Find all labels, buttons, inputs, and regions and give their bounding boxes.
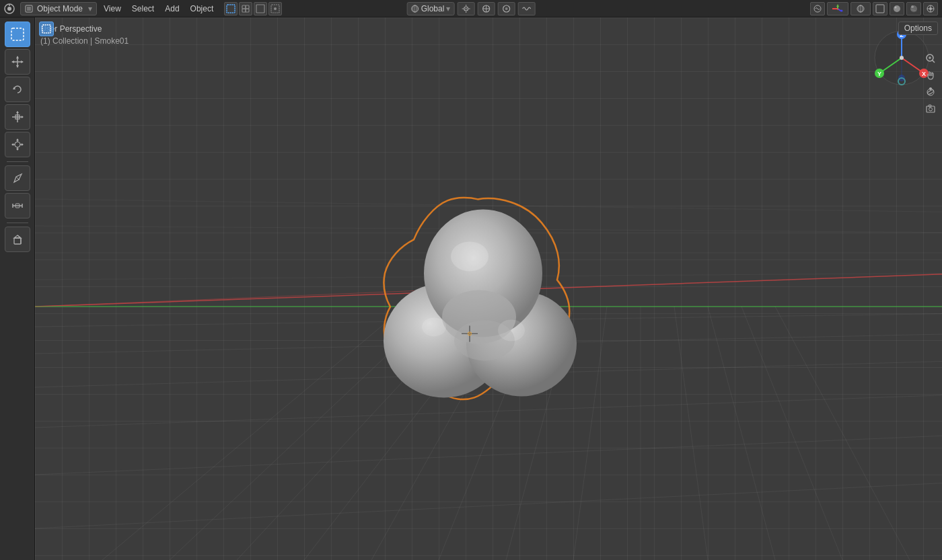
svg-marker-50 <box>21 61 24 63</box>
tool-separator-2 <box>7 223 28 223</box>
zoom-in-icon[interactable] <box>923 51 938 66</box>
snap-icon[interactable] <box>477 2 495 15</box>
box-select-icon[interactable] <box>224 2 238 15</box>
svg-point-140 <box>929 108 933 111</box>
right-sidebar-icons <box>923 51 938 116</box>
icon4[interactable] <box>268 2 282 15</box>
render-mode-solid[interactable] <box>873 2 887 15</box>
svg-point-111 <box>422 317 446 336</box>
add-menu[interactable]: Add <box>159 0 184 17</box>
svg-marker-65 <box>22 143 24 146</box>
top-right-icons <box>810 2 938 15</box>
svg-rect-72 <box>14 238 21 244</box>
viewport-overlays-icon[interactable] <box>810 2 825 15</box>
toolbar-icons <box>224 2 282 15</box>
3d-viewport[interactable]: User Perspective (1) Collection | Smoke0… <box>35 17 942 560</box>
render-mode-extra[interactable] <box>923 2 938 15</box>
gizmo-toggle[interactable] <box>827 2 848 15</box>
blender-icon[interactable] <box>0 0 19 17</box>
svg-marker-64 <box>11 143 13 146</box>
svg-rect-10 <box>256 5 264 13</box>
svg-point-57 <box>15 142 20 147</box>
svg-point-1 <box>7 7 11 11</box>
world-icon[interactable] <box>850 2 871 15</box>
hand-pan-icon[interactable] <box>923 68 938 83</box>
svg-point-130 <box>900 56 904 60</box>
svg-rect-5 <box>227 5 235 13</box>
select-menu[interactable]: Select <box>126 0 159 17</box>
tool-separator-1 <box>7 161 28 162</box>
svg-rect-4 <box>27 7 31 11</box>
svg-line-133 <box>933 61 935 63</box>
svg-marker-55 <box>16 111 19 113</box>
object-menu[interactable]: Object <box>185 0 219 17</box>
select-tool-btn[interactable] <box>5 22 30 47</box>
svg-rect-44 <box>11 28 24 40</box>
render-mode-material[interactable] <box>890 2 904 15</box>
svg-marker-48 <box>16 65 19 68</box>
scale-tool-btn[interactable] <box>5 104 30 130</box>
svg-point-109 <box>451 241 488 271</box>
svg-text:Y: Y <box>877 71 881 77</box>
proportional-edit-icon[interactable] <box>497 2 515 15</box>
svg-point-38 <box>894 5 900 12</box>
add-object-tool-btn[interactable] <box>5 227 30 252</box>
svg-marker-62 <box>16 138 19 141</box>
top-menu-bar: Object Mode ▾ View Select Add Object <box>0 0 942 17</box>
circle-select-icon[interactable] <box>239 2 252 15</box>
left-toolbar <box>0 17 35 560</box>
svg-rect-37 <box>876 5 884 13</box>
mode-icons-strip <box>39 22 54 36</box>
svg-rect-9 <box>246 9 249 12</box>
svg-rect-103 <box>42 25 50 33</box>
object-mode-selector[interactable]: Object Mode ▾ <box>20 2 97 15</box>
svg-rect-6 <box>242 5 246 9</box>
mode-box-icon[interactable] <box>39 22 54 36</box>
svg-marker-56 <box>22 116 24 118</box>
render-mode-rendered[interactable] <box>906 2 921 15</box>
wave-icon[interactable] <box>517 2 535 15</box>
svg-point-43 <box>929 7 932 10</box>
camera-icon[interactable] <box>923 102 938 116</box>
svg-rect-7 <box>246 5 249 9</box>
svg-point-67 <box>18 179 20 180</box>
svg-marker-63 <box>16 149 19 151</box>
svg-point-39 <box>895 6 897 8</box>
move-tool-btn[interactable] <box>5 49 30 75</box>
rotate-tool-btn[interactable] <box>5 77 30 102</box>
annotate-tool-btn[interactable] <box>5 165 30 191</box>
svg-marker-49 <box>11 61 14 63</box>
orbit-icon[interactable] <box>923 85 938 99</box>
global-selector[interactable]: Global ▾ <box>407 2 455 15</box>
svg-point-117 <box>469 333 470 334</box>
svg-point-110 <box>498 319 525 341</box>
svg-point-138 <box>929 87 932 90</box>
svg-point-26 <box>505 7 507 10</box>
transform-pivot-icon[interactable] <box>457 2 474 15</box>
icon3[interactable] <box>254 2 267 15</box>
measure-tool-btn[interactable] <box>5 193 30 218</box>
transform-tool-btn[interactable] <box>5 132 30 157</box>
svg-marker-47 <box>16 56 19 58</box>
svg-point-41 <box>911 5 914 8</box>
svg-rect-8 <box>242 9 246 12</box>
options-button[interactable]: Options <box>898 22 938 35</box>
3d-object[interactable] <box>370 186 585 401</box>
view-menu[interactable]: View <box>98 0 126 17</box>
svg-point-12 <box>274 7 277 10</box>
svg-point-17 <box>465 8 466 9</box>
svg-marker-31 <box>836 4 839 7</box>
